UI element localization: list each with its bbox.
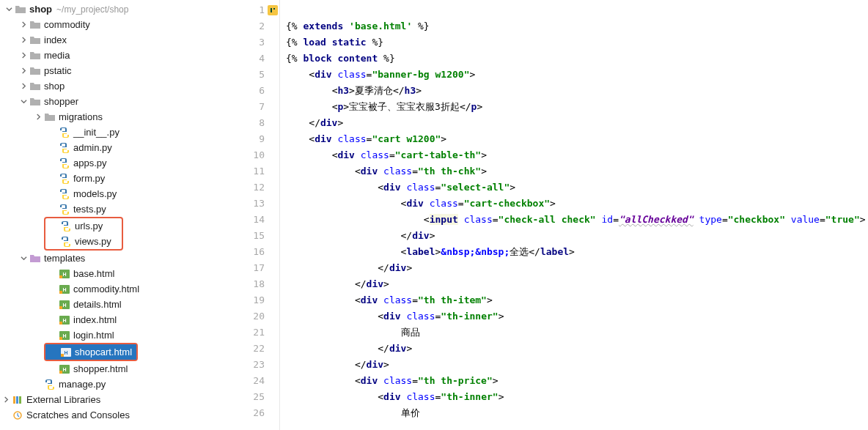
project-tree[interactable]: shop ~/my_project/shop commodityindexmed… <box>0 0 233 430</box>
gutter-line[interactable]: 26 <box>233 405 279 421</box>
tree-file[interactable]: Hcommodity.html <box>0 281 233 297</box>
chevron-right-icon[interactable] <box>18 50 29 62</box>
chevron-down-icon[interactable] <box>18 96 29 108</box>
gutter-line[interactable]: 9 <box>233 131 279 147</box>
chevron-right-icon[interactable] <box>18 65 29 77</box>
code-line[interactable]: {% block content %} <box>286 51 868 67</box>
code-line[interactable]: {% extends 'base.html' %} <box>286 18 868 34</box>
code-line[interactable]: 商品 <box>286 325 868 341</box>
gutter-line[interactable]: 21 <box>233 325 279 341</box>
code-line[interactable]: </div> <box>286 228 868 244</box>
code-line[interactable]: {% load static %} <box>286 34 868 51</box>
gutter-line[interactable]: 20 <box>233 308 279 325</box>
code-line[interactable]: <div class="th-inner"> <box>286 389 868 405</box>
tree-folder[interactable]: shop <box>0 78 233 94</box>
tree-file[interactable]: views.py <box>45 234 122 249</box>
tree-root[interactable]: shop ~/my_project/shop <box>0 1 233 17</box>
svg-rect-17 <box>61 354 64 357</box>
tree-folder[interactable]: index <box>0 32 233 48</box>
gutter-line[interactable]: 6 <box>233 83 279 99</box>
gutter-line[interactable]: 22 <box>233 341 279 357</box>
gutter-line[interactable]: 2 <box>233 18 279 34</box>
code-editor[interactable]: 1234567891011121314151617181920212223242… <box>233 0 868 430</box>
python-icon <box>59 127 70 138</box>
html-icon: H <box>59 268 70 280</box>
external-libraries[interactable]: External Libraries <box>0 392 233 407</box>
code-line[interactable]: <div class="banner-bg w1200"> <box>286 67 868 83</box>
tree-folder[interactable]: templates <box>0 251 233 266</box>
tree-file[interactable]: Hshopcart.html <box>45 344 136 360</box>
gutter-line[interactable]: 17 <box>233 260 279 276</box>
gutter-line[interactable]: 10 <box>233 147 279 163</box>
chevron-right-icon[interactable] <box>18 81 29 92</box>
code-line[interactable]: <h3>夏季清仓</h3> <box>286 83 868 99</box>
gutter-line[interactable]: 12 <box>233 179 279 196</box>
python-icon <box>59 157 70 169</box>
code-line[interactable]: <input class="check-all check" id="allCh… <box>286 212 868 228</box>
chevron-down-icon[interactable] <box>18 253 29 264</box>
gutter-line[interactable]: 4 <box>233 51 279 67</box>
gutter-line[interactable]: 16 <box>233 244 279 260</box>
chevron-down-icon[interactable] <box>3 4 15 15</box>
tree-file[interactable]: urls.py <box>45 218 122 234</box>
gutter-line[interactable]: 24 <box>233 373 279 389</box>
tree-file[interactable]: admin.py <box>0 140 233 155</box>
gutter-line[interactable]: 18 <box>233 276 279 292</box>
tree-folder[interactable]: pstatic <box>0 63 233 78</box>
gutter-line[interactable]: 11 <box>233 163 279 179</box>
gutter-line[interactable]: 7 <box>233 99 279 115</box>
tree-folder[interactable]: media <box>0 48 233 63</box>
tree-folder[interactable]: migrations <box>0 109 233 125</box>
code-line[interactable]: </div> <box>286 276 868 292</box>
tree-file[interactable]: __init__.py <box>0 125 233 140</box>
gutter-line[interactable]: 3 <box>233 34 279 51</box>
tree-file[interactable]: Hbase.html <box>0 266 233 281</box>
tree-label: apps.py <box>73 157 107 168</box>
code-line[interactable]: <div class="cart-checkbox"> <box>286 196 868 212</box>
chevron-right-icon[interactable] <box>0 394 12 406</box>
gutter-line[interactable]: 25 <box>233 389 279 405</box>
gutter-line[interactable]: 13 <box>233 196 279 212</box>
tree-folder[interactable]: commodity <box>0 17 233 32</box>
code-line[interactable]: </div> <box>286 357 868 373</box>
chevron-right-icon[interactable] <box>18 34 29 46</box>
tree-file[interactable]: models.py <box>0 186 233 201</box>
chevron-right-icon[interactable] <box>18 19 29 31</box>
tree-file[interactable]: Hlogin.html <box>0 327 233 343</box>
code-line[interactable]: <label>&nbsp;&nbsp;全选</label> <box>286 244 868 260</box>
code-line[interactable]: <div class="th th-chk"> <box>286 163 868 179</box>
code-line[interactable]: <div class="th-inner"> <box>286 308 868 325</box>
code-line[interactable]: <div class="cart-table-th"> <box>286 147 868 163</box>
tree-file[interactable]: Hshopper.html <box>0 361 233 377</box>
gutter: 1234567891011121314151617181920212223242… <box>233 0 280 430</box>
gutter-line[interactable]: 5 <box>233 67 279 83</box>
code-line[interactable]: <div class="cart w1200"> <box>286 131 868 147</box>
scratches-consoles[interactable]: Scratches and Consoles <box>0 407 233 423</box>
code-line[interactable]: </div> <box>286 341 868 357</box>
tree-file[interactable]: form.py <box>0 171 233 186</box>
gutter-line[interactable]: 15 <box>233 228 279 244</box>
gutter-line[interactable]: 8 <box>233 115 279 131</box>
code-line[interactable]: <div class="th th-item"> <box>286 292 868 308</box>
gutter-line[interactable]: 23 <box>233 357 279 373</box>
code-line[interactable]: </div> <box>286 260 868 276</box>
code-line[interactable]: <p>宝宝被子、宝宝衣服3折起</p> <box>286 99 868 115</box>
tree-folder[interactable]: shopper <box>0 94 233 109</box>
code-line[interactable]: <div class="th th-price"> <box>286 373 868 389</box>
tree-file[interactable]: tests.py <box>0 201 233 217</box>
tree-file[interactable]: Hindex.html <box>0 312 233 327</box>
code-line[interactable]: <div class="select-all"> <box>286 179 868 196</box>
code-line[interactable]: 单价 <box>286 405 868 421</box>
gutter-line[interactable]: 1 <box>233 2 279 18</box>
gutter-line[interactable]: 19 <box>233 292 279 308</box>
gutter-line[interactable]: 14 <box>233 212 279 228</box>
code-line[interactable]: </div> <box>286 115 868 131</box>
tree-file[interactable]: manage.py <box>0 377 233 392</box>
code-line[interactable] <box>286 2 868 18</box>
tree-file[interactable]: apps.py <box>0 155 233 171</box>
folder-icon <box>29 65 41 77</box>
html-icon: H <box>59 283 70 295</box>
chevron-right-icon[interactable] <box>32 111 44 123</box>
code-area[interactable]: {% extends 'base.html' %}{% load static … <box>280 0 868 430</box>
tree-file[interactable]: Hdetails.html <box>0 297 233 312</box>
